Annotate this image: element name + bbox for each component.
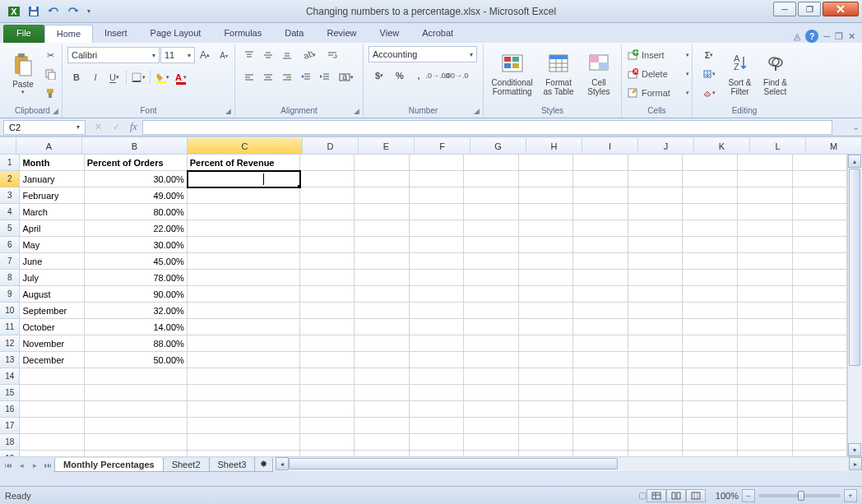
cell-M13[interactable] bbox=[793, 352, 847, 368]
align-left-icon[interactable] bbox=[240, 68, 258, 86]
cell-F7[interactable] bbox=[410, 253, 465, 270]
cell-I3[interactable] bbox=[573, 187, 628, 204]
cell-B1[interactable]: Percent of Orders bbox=[85, 155, 188, 171]
cell-H5[interactable] bbox=[519, 220, 574, 237]
acrobat-tab[interactable]: Acrobat bbox=[410, 25, 465, 43]
cell-L18[interactable] bbox=[738, 434, 793, 451]
font-name-combo[interactable]: Calibri▾ bbox=[67, 47, 160, 63]
cell-G3[interactable] bbox=[464, 187, 519, 204]
tab-prev-icon[interactable]: ◂ bbox=[15, 459, 28, 472]
cell-J5[interactable] bbox=[628, 220, 684, 237]
sheet-tab-1[interactable]: Monthly Percentages bbox=[54, 458, 164, 472]
scroll-down-icon[interactable]: ▾ bbox=[848, 443, 861, 456]
cell-C10[interactable] bbox=[188, 303, 300, 319]
cell-F19[interactable] bbox=[410, 451, 465, 456]
row-header[interactable]: 6 bbox=[0, 237, 20, 253]
cell-F8[interactable] bbox=[410, 270, 465, 286]
data-tab[interactable]: Data bbox=[273, 25, 315, 43]
select-all-button[interactable] bbox=[0, 138, 16, 154]
sort-filter-button[interactable]: AZ Sort & Filter bbox=[724, 46, 756, 100]
column-header-C[interactable]: C bbox=[188, 138, 303, 154]
cell-F16[interactable] bbox=[410, 401, 465, 418]
scroll-up-icon[interactable]: ▴ bbox=[848, 155, 861, 168]
cell-J4[interactable] bbox=[628, 204, 684, 220]
cell-H4[interactable] bbox=[519, 204, 574, 220]
cell-H15[interactable] bbox=[519, 385, 574, 401]
row-header[interactable]: 15 bbox=[0, 385, 20, 401]
increase-indent-icon[interactable] bbox=[316, 68, 334, 86]
cell-J10[interactable] bbox=[628, 303, 684, 319]
zoom-out-button[interactable]: − bbox=[742, 489, 755, 502]
cell-K3[interactable] bbox=[683, 187, 738, 204]
cell-A2[interactable]: January bbox=[20, 171, 84, 187]
row-header[interactable]: 18 bbox=[0, 434, 20, 451]
cell-I1[interactable] bbox=[573, 155, 628, 171]
cell-K17[interactable] bbox=[683, 418, 738, 434]
cell-C2[interactable] bbox=[188, 171, 300, 187]
cell-E5[interactable] bbox=[355, 220, 410, 237]
cell-A17[interactable] bbox=[20, 418, 84, 434]
cell-C15[interactable] bbox=[188, 385, 300, 401]
cell-J13[interactable] bbox=[628, 352, 684, 368]
cell-A9[interactable]: August bbox=[20, 286, 84, 303]
row-header[interactable]: 2 bbox=[0, 171, 20, 187]
cell-D19[interactable] bbox=[300, 451, 355, 456]
cell-E9[interactable] bbox=[355, 286, 410, 303]
cell-B15[interactable] bbox=[85, 385, 188, 401]
save-icon[interactable] bbox=[25, 2, 43, 21]
cell-A14[interactable] bbox=[20, 368, 84, 385]
cell-K1[interactable] bbox=[683, 155, 738, 171]
cell-F5[interactable] bbox=[410, 220, 465, 237]
decrease-indent-icon[interactable] bbox=[297, 68, 315, 86]
cell-E18[interactable] bbox=[355, 434, 410, 451]
cell-G11[interactable] bbox=[464, 319, 519, 335]
cell-B16[interactable] bbox=[85, 401, 188, 418]
tab-first-icon[interactable]: ⏮ bbox=[2, 459, 15, 472]
cell-J18[interactable] bbox=[628, 434, 684, 451]
cell-K19[interactable] bbox=[683, 451, 738, 456]
insert-cells-button[interactable]: +Insert▾ bbox=[627, 46, 689, 64]
help-icon[interactable]: ? bbox=[805, 30, 818, 43]
cell-L17[interactable] bbox=[738, 418, 793, 434]
cell-E3[interactable] bbox=[355, 187, 410, 204]
number-launcher-icon[interactable]: ◢ bbox=[471, 106, 481, 116]
cell-H11[interactable] bbox=[519, 319, 574, 335]
cell-I14[interactable] bbox=[573, 368, 628, 385]
cell-C11[interactable] bbox=[188, 319, 300, 335]
zoom-thumb[interactable] bbox=[798, 491, 804, 501]
cell-G18[interactable] bbox=[464, 434, 519, 451]
font-size-combo[interactable]: 11▾ bbox=[160, 47, 195, 63]
cell-D10[interactable] bbox=[300, 303, 355, 319]
cell-L19[interactable] bbox=[738, 451, 793, 456]
sheet-tab-2[interactable]: Sheet2 bbox=[163, 458, 210, 472]
cell-G14[interactable] bbox=[464, 368, 519, 385]
insert-tab[interactable]: Insert bbox=[93, 25, 139, 43]
cell-D12[interactable] bbox=[300, 335, 355, 352]
cell-D5[interactable] bbox=[300, 220, 355, 237]
cell-D6[interactable] bbox=[300, 237, 355, 253]
cell-C13[interactable] bbox=[188, 352, 300, 368]
cell-B5[interactable]: 22.00% bbox=[85, 220, 188, 237]
cell-E6[interactable] bbox=[355, 237, 410, 253]
cell-D4[interactable] bbox=[300, 204, 355, 220]
row-header[interactable]: 11 bbox=[0, 319, 20, 335]
cell-G4[interactable] bbox=[464, 204, 519, 220]
cell-D15[interactable] bbox=[300, 385, 355, 401]
cell-H6[interactable] bbox=[519, 237, 574, 253]
cell-J1[interactable] bbox=[628, 155, 684, 171]
cell-I12[interactable] bbox=[573, 335, 628, 352]
cell-L7[interactable] bbox=[738, 253, 793, 270]
cell-A15[interactable] bbox=[20, 385, 84, 401]
cell-H18[interactable] bbox=[519, 434, 574, 451]
enter-formula-icon[interactable]: ✓ bbox=[107, 118, 125, 136]
cell-A16[interactable] bbox=[20, 401, 84, 418]
cell-M8[interactable] bbox=[793, 270, 847, 286]
cell-B4[interactable]: 80.00% bbox=[85, 204, 188, 220]
cell-H17[interactable] bbox=[519, 418, 574, 434]
cancel-formula-icon[interactable]: ✕ bbox=[89, 118, 107, 136]
cell-G13[interactable] bbox=[464, 352, 519, 368]
row-header[interactable]: 16 bbox=[0, 401, 20, 418]
cell-H13[interactable] bbox=[519, 352, 574, 368]
column-header-G[interactable]: G bbox=[470, 138, 526, 154]
page-break-view-button[interactable] bbox=[686, 489, 706, 502]
